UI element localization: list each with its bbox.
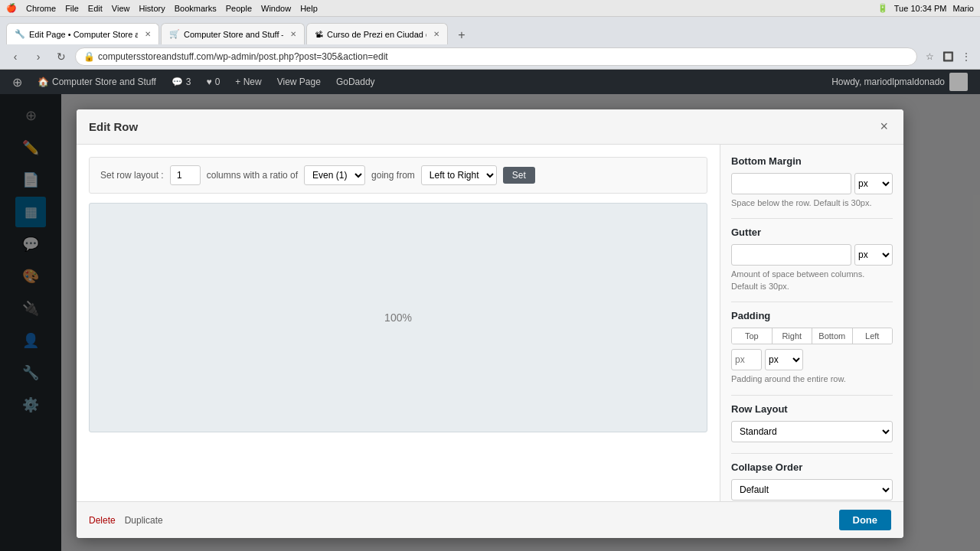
wp-comments[interactable]: 💬 3 [165,70,198,94]
padding-value-input[interactable] [731,349,762,370]
padding-title: Padding [731,310,893,321]
wp-likes[interactable]: ♥ 0 [201,70,227,94]
padding-unit-row: px em % [731,349,893,370]
gutter-hint: Amount of space between columns. Default… [731,269,893,292]
tab-favicon: 🔧 [15,29,25,39]
wp-admin-bar: ⊕ 🏠 Computer Store and Stuff 💬 3 ♥ 0 + N… [0,70,980,94]
howdy-text: Howdy, mariodlpmaldonado [831,77,945,87]
tab-2[interactable]: 📽 Curso de Prezi en Ciudad de ... ✕ [306,23,448,44]
row-layout-panel-title: Row Layout [731,403,893,415]
ratio-prefix: columns with a ratio of [207,170,298,181]
padding-tabs: Top Right Bottom Left [731,328,893,344]
menu-chrome[interactable]: Chrome [26,4,56,13]
modal-right-panel: Bottom Margin px em % Space below the ro… [720,145,903,501]
apple-menu[interactable]: 🍎 [6,3,17,13]
bookmark-icon[interactable]: ☆ [922,49,937,64]
bottom-margin-title: Bottom Margin [731,155,893,167]
address-row: ‹ › ↻ 🔒 computersstoreandstuff.com/wp-ad… [0,44,980,69]
address-bar[interactable]: 🔒 computersstoreandstuff.com/wp-admin/po… [75,47,917,66]
divider-1 [731,218,893,219]
menu-history[interactable]: History [139,4,165,13]
tab-label-0: Edit Page • Computer Store a... [29,30,138,39]
columns-input[interactable] [170,165,201,185]
set-button[interactable]: Set [503,167,535,184]
tab-favicon-1: 🛒 [169,29,180,39]
extension-icon[interactable]: 🔲 [940,49,956,64]
back-button[interactable]: ‹ [6,47,24,66]
comments-count: 3 [186,77,191,87]
likes-icon: ♥ [207,77,212,87]
home-icon: 🏠 [38,77,49,87]
new-tab-button[interactable]: + [452,26,471,44]
likes-count: 0 [215,77,220,87]
time-display: Tue 10:34 PM [894,4,947,13]
comments-icon: 💬 [172,77,183,87]
collapse-order-select[interactable]: Default Reverse [731,479,893,500]
collapse-order-title: Collapse Order [731,461,893,473]
user-avatar [949,73,968,91]
wp-view-page[interactable]: View Page [271,70,327,94]
ratio-select[interactable]: Even (1) Even (2) Even (3) 3:1 1:3 [304,165,365,185]
menu-help[interactable]: Help [300,4,318,13]
tab-close-1[interactable]: ✕ [290,30,296,38]
divider-3 [731,395,893,396]
layout-prefix: Set row layout : [100,170,164,181]
menu-bookmarks[interactable]: Bookmarks [175,4,217,13]
tab-1[interactable]: 🛒 Computer Store and Stuff – C... ✕ [161,23,305,44]
menu-edit[interactable]: Edit [88,4,103,13]
padding-bottom-tab[interactable]: Bottom [812,328,853,344]
battery-icon: 🔋 [877,3,888,13]
going-from-label: going from [371,170,415,181]
tabs-row: 🔧 Edit Page • Computer Store a... ✕ 🛒 Co… [0,17,980,44]
menu-people[interactable]: People [226,4,252,13]
modal-body: Set row layout : columns with a ratio of… [77,145,903,501]
bottom-margin-unit[interactable]: px em % [854,173,893,194]
bottom-margin-input-row: px em % [731,173,893,194]
page-content: Edit Row × Set row layout : columns with… [61,94,980,551]
refresh-icon[interactable]: ⋮ [959,49,974,64]
address-icons: ☆ 🔲 ⋮ [922,49,974,64]
address-text: computersstoreandstuff.com/wp-admin/post… [98,51,388,62]
modal-footer: Delete Duplicate Done [77,501,903,538]
wp-user-section: Howdy, mariodlpmaldonado [831,73,974,91]
tab-close-2[interactable]: ✕ [433,30,439,38]
modal-title: Edit Row [89,120,138,133]
bottom-margin-input[interactable] [731,173,851,194]
user-display: Mario [952,4,974,13]
footer-actions-left: Delete Duplicate [89,515,163,526]
collapse-order-section: Collapse Order Default Reverse [731,461,893,501]
forward-button[interactable]: › [29,47,47,66]
wp-site-link[interactable]: 🏠 Computer Store and Stuff [31,70,162,94]
row-layout-select[interactable]: Standard Full Width Full Screen [731,421,893,442]
padding-right-tab[interactable]: Right [773,328,813,344]
wp-new[interactable]: + New [229,70,267,94]
menu-file[interactable]: File [65,4,79,13]
wp-godaddy[interactable]: GoDaddy [330,70,381,94]
delete-button[interactable]: Delete [89,515,116,526]
padding-section: Padding Top Right Bottom Left px [731,310,893,385]
bottom-margin-section: Bottom Margin px em % Space below the ro… [731,155,893,209]
modal-close-button[interactable]: × [877,119,891,135]
padding-unit-select[interactable]: px em % [765,349,803,370]
done-button[interactable]: Done [839,510,892,530]
gutter-section: Gutter px em % Amount of space between c… [731,227,893,292]
tab-close-0[interactable]: ✕ [145,30,151,38]
view-page-link: View Page [277,77,321,87]
menu-view[interactable]: View [112,4,130,13]
site-name: Computer Store and Stuff [52,77,156,87]
padding-left-tab[interactable]: Left [853,328,893,344]
padding-hint: Padding around the entire row. [731,373,893,385]
reload-button[interactable]: ↻ [52,47,70,66]
column-preview: 100% [89,203,707,432]
wp-logo[interactable]: ⊕ [6,75,28,90]
tab-0[interactable]: 🔧 Edit Page • Computer Store a... ✕ [6,23,159,44]
gutter-unit[interactable]: px em % [854,244,893,266]
menu-window[interactable]: Window [261,4,291,13]
gutter-input-row: px em % [731,244,893,266]
mac-topbar: 🍎 Chrome File Edit View History Bookmark… [0,0,980,17]
duplicate-button[interactable]: Duplicate [125,515,163,526]
new-link: + New [235,77,261,87]
padding-top-tab[interactable]: Top [732,328,773,344]
gutter-input[interactable] [731,244,851,266]
direction-select[interactable]: Left to Right Right to Left [421,165,497,185]
